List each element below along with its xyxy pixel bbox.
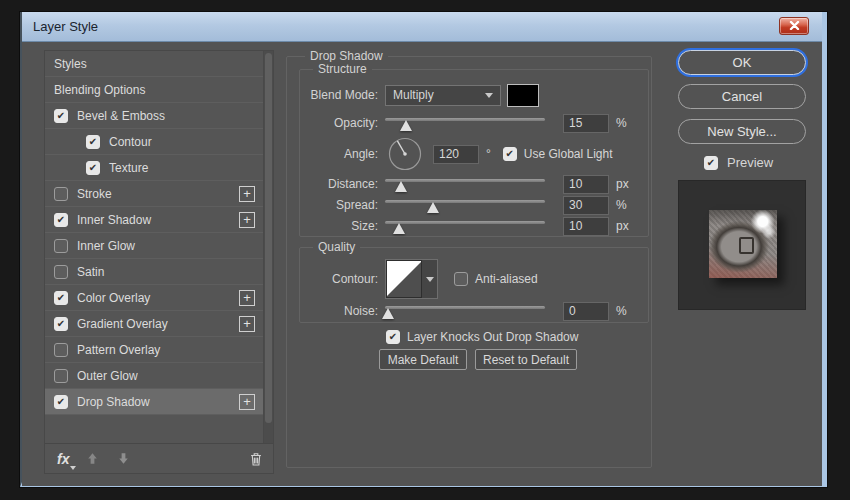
opacity-slider[interactable] <box>385 115 545 131</box>
effect-checkbox[interactable] <box>54 213 68 227</box>
noise-input[interactable] <box>563 302 609 321</box>
opacity-input[interactable] <box>563 114 609 133</box>
move-effect-up-button[interactable] <box>85 451 100 466</box>
sidebar-item-label: Stroke <box>77 187 112 201</box>
angle-dial[interactable] <box>385 134 425 174</box>
preview-toggle[interactable]: Preview <box>704 155 773 170</box>
sidebar-item-label: Bevel & Emboss <box>77 109 165 123</box>
sidebar-item-bevel-emboss[interactable]: Bevel & Emboss <box>45 103 263 129</box>
sidebar-item-blending-options[interactable]: Blending Options <box>45 77 263 103</box>
sidebar-item-outer-glow[interactable]: Outer Glow <box>45 363 263 389</box>
effect-checkbox[interactable] <box>54 109 68 123</box>
anti-aliased-checkbox[interactable] <box>454 272 468 286</box>
shadow-color-swatch[interactable] <box>507 84 539 107</box>
sidebar-item-label: Outer Glow <box>77 369 138 383</box>
reset-to-default-button[interactable]: Reset to Default <box>475 349 577 370</box>
effect-checkbox[interactable] <box>54 343 68 357</box>
spread-row: Spread: % <box>300 194 640 216</box>
arrow-down-icon <box>116 451 131 466</box>
effect-checkbox[interactable] <box>86 161 100 175</box>
distance-row: Distance: px <box>300 173 640 195</box>
ok-button[interactable]: OK <box>678 50 806 75</box>
blend-mode-label: Blend Mode: <box>300 88 378 102</box>
add-effect-instance-button[interactable]: + <box>239 394 255 410</box>
contour-picker[interactable] <box>385 259 438 299</box>
make-default-button[interactable]: Make Default <box>379 349 467 370</box>
effect-checkbox[interactable] <box>54 291 68 305</box>
size-slider[interactable] <box>385 218 545 234</box>
add-effect-instance-button[interactable]: + <box>239 290 255 306</box>
blend-mode-select[interactable]: Multiply <box>385 85 501 106</box>
size-label: Size: <box>300 219 378 233</box>
fx-toolbar: fx <box>45 443 273 473</box>
slider-thumb[interactable] <box>395 181 407 192</box>
angle-input[interactable] <box>433 145 479 164</box>
angle-row: Angle: ° Use Global Light <box>300 132 640 176</box>
sidebar-scrollbar[interactable] <box>263 51 273 444</box>
preview-panel <box>678 180 806 310</box>
slider-thumb[interactable] <box>400 120 412 131</box>
sidebar-item-gradient-overlay[interactable]: Gradient Overlay+ <box>45 311 263 337</box>
slider-thumb[interactable] <box>427 202 439 213</box>
knockout-toggle[interactable]: Layer Knocks Out Drop Shadow <box>386 330 578 344</box>
size-row: Size: px <box>300 215 640 237</box>
cancel-button[interactable]: Cancel <box>678 84 806 109</box>
spread-label: Spread: <box>300 198 378 212</box>
effect-checkbox[interactable] <box>54 239 68 253</box>
sidebar-item-inner-shadow[interactable]: Inner Shadow+ <box>45 207 263 233</box>
close-button[interactable] <box>779 17 809 35</box>
structure-group: Structure Blend Mode: Multiply Opacity: <box>299 69 649 237</box>
slider-thumb[interactable] <box>382 308 394 319</box>
knockout-label: Layer Knocks Out Drop Shadow <box>407 330 578 344</box>
sidebar-item-inner-glow[interactable]: Inner Glow <box>45 233 263 259</box>
size-input[interactable] <box>563 217 609 236</box>
contour-thumbnail[interactable] <box>386 260 422 298</box>
sidebar-item-drop-shadow[interactable]: Drop Shadow+ <box>45 389 263 415</box>
opacity-label: Opacity: <box>300 116 378 130</box>
quality-title: Quality <box>313 240 360 254</box>
sidebar-item-contour[interactable]: Contour <box>45 129 263 155</box>
new-style-button[interactable]: New Style... <box>678 119 806 144</box>
scrollbar-thumb[interactable] <box>265 53 272 423</box>
effect-checkbox[interactable] <box>86 135 100 149</box>
add-effect-instance-button[interactable]: + <box>239 186 255 202</box>
use-global-light-label: Use Global Light <box>524 147 613 161</box>
distance-input[interactable] <box>563 175 609 194</box>
fx-menu-icon[interactable]: fx <box>57 451 69 467</box>
add-effect-instance-button[interactable]: + <box>239 212 255 228</box>
sidebar-item-label: Satin <box>77 265 104 279</box>
noise-slider[interactable] <box>385 303 545 319</box>
distance-slider[interactable] <box>385 176 545 192</box>
effect-checkbox[interactable] <box>54 187 68 201</box>
window-title: Layer Style <box>22 19 98 34</box>
sidebar-item-stroke[interactable]: Stroke+ <box>45 181 263 207</box>
spread-slider[interactable] <box>385 197 545 213</box>
effect-checkbox[interactable] <box>54 317 68 331</box>
add-effect-instance-button[interactable]: + <box>239 316 255 332</box>
sidebar-item-satin[interactable]: Satin <box>45 259 263 285</box>
use-global-light-toggle[interactable]: Use Global Light <box>503 147 613 161</box>
preview-checkbox[interactable] <box>704 156 718 170</box>
delete-effect-button[interactable] <box>248 451 264 467</box>
sidebar-item-styles[interactable]: Styles <box>45 51 263 77</box>
style-list: StylesBlending OptionsBevel & EmbossCont… <box>45 51 263 444</box>
slider-thumb[interactable] <box>393 223 405 234</box>
sidebar-item-pattern-overlay[interactable]: Pattern Overlay <box>45 337 263 363</box>
effect-checkbox[interactable] <box>54 265 68 279</box>
move-effect-down-button[interactable] <box>116 451 131 466</box>
fx-caret-icon <box>70 466 76 470</box>
knockout-checkbox[interactable] <box>386 330 400 344</box>
effect-checkbox[interactable] <box>54 395 68 409</box>
titlebar[interactable]: Layer Style <box>22 12 822 42</box>
sidebar-item-texture[interactable]: Texture <box>45 155 263 181</box>
blend-mode-value: Multiply <box>393 88 485 102</box>
effect-checkbox[interactable] <box>54 369 68 383</box>
sidebar-item-label: Texture <box>109 161 148 175</box>
dialog-body: StylesBlending OptionsBevel & EmbossCont… <box>22 42 822 486</box>
use-global-light-checkbox[interactable] <box>503 147 517 161</box>
spread-input[interactable] <box>563 196 609 215</box>
noise-unit: % <box>616 304 627 318</box>
sidebar-item-color-overlay[interactable]: Color Overlay+ <box>45 285 263 311</box>
anti-aliased-toggle[interactable]: Anti-aliased <box>454 272 538 286</box>
sidebar-item-label: Contour <box>109 135 152 149</box>
